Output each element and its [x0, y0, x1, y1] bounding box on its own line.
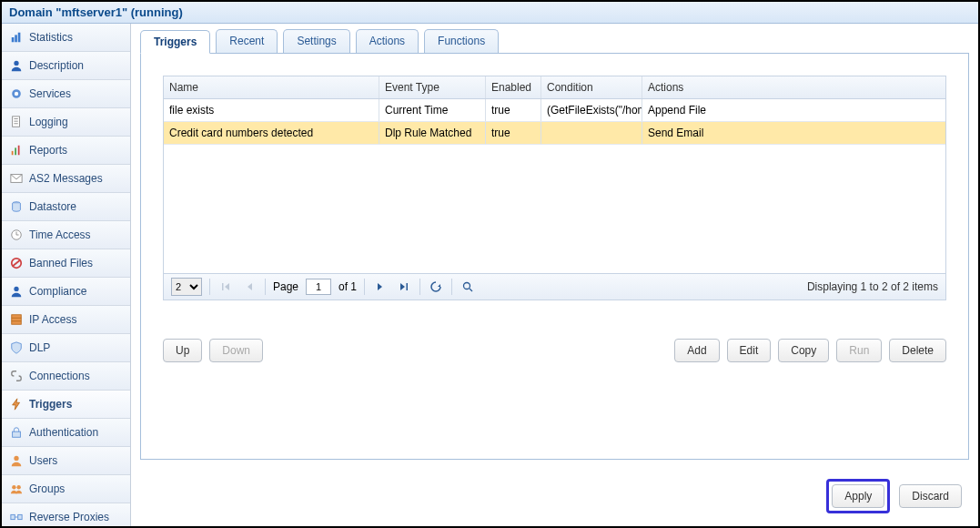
sidebar-item-groups[interactable]: Groups — [2, 475, 130, 503]
down-button[interactable]: Down — [209, 339, 263, 362]
edit-button[interactable]: Edit — [727, 339, 772, 362]
shield-icon — [9, 340, 24, 355]
svg-rect-32 — [407, 283, 409, 290]
page-label: Page — [273, 280, 298, 293]
last-page-icon[interactable] — [396, 279, 412, 295]
sidebar-item-logging[interactable]: Logging — [2, 108, 130, 137]
pager-summary: Displaying 1 to 2 of 2 items — [807, 280, 938, 293]
button-row: Up Down Add Edit Copy Run Delete — [163, 339, 946, 362]
svg-point-27 — [16, 485, 20, 489]
svg-rect-2 — [18, 33, 21, 43]
user-icon — [9, 453, 24, 468]
cell-enabled: true — [486, 99, 541, 121]
page-size-select[interactable]: 2 — [171, 278, 202, 296]
footer-buttons: Apply Discard — [826, 479, 962, 513]
apply-highlight: Apply — [826, 479, 890, 513]
svg-rect-12 — [18, 146, 20, 156]
col-actions[interactable]: Actions — [642, 76, 945, 98]
refresh-icon[interactable] — [428, 279, 444, 295]
sidebar-item-label: Statistics — [29, 31, 73, 44]
sidebar-item-reverse-proxies[interactable]: Reverse Proxies — [2, 503, 130, 526]
cell-actions: Append File — [642, 99, 945, 121]
sidebar-item-triggers[interactable]: Triggers — [2, 391, 130, 419]
sidebar-item-label: Compliance — [29, 285, 86, 298]
sidebar-item-label: Authentication — [29, 426, 98, 439]
apply-button[interactable]: Apply — [832, 484, 884, 508]
sidebar-item-as2-messages[interactable]: AS2 Messages — [2, 165, 130, 193]
tab-functions[interactable]: Functions — [424, 29, 499, 53]
sidebar-item-ip-access[interactable]: IP Access — [2, 306, 130, 334]
link-icon — [9, 369, 24, 383]
sidebar-item-compliance[interactable]: Compliance — [2, 278, 130, 306]
cell-condition: (GetFileExists("/hom — [541, 99, 642, 121]
main-panel: Triggers Recent Settings Actions Functio… — [131, 24, 978, 526]
copy-button[interactable]: Copy — [778, 339, 829, 362]
svg-point-3 — [14, 61, 18, 66]
bar-chart-icon — [9, 143, 24, 157]
sidebar-item-label: Services — [29, 87, 71, 100]
search-icon[interactable] — [460, 279, 476, 295]
delete-button[interactable]: Delete — [889, 339, 946, 362]
tab-triggers[interactable]: Triggers — [140, 30, 210, 54]
grid-body[interactable]: file exists Current Time true (GetFileEx… — [164, 99, 945, 273]
sidebar-item-dlp[interactable]: DLP — [2, 334, 130, 362]
tab-actions[interactable]: Actions — [356, 29, 419, 53]
add-button[interactable]: Add — [674, 339, 719, 362]
prev-page-icon[interactable] — [241, 279, 258, 295]
gear-icon — [9, 86, 24, 101]
first-page-icon[interactable] — [217, 279, 234, 295]
cell-event: Current Time — [379, 99, 486, 121]
run-button[interactable]: Run — [836, 339, 882, 362]
sidebar-item-label: Groups — [29, 482, 65, 495]
svg-line-34 — [470, 289, 472, 291]
sidebar-item-time-access[interactable]: Time Access — [2, 221, 130, 249]
sidebar-item-label: Banned Files — [29, 257, 93, 269]
clock-icon — [9, 228, 24, 242]
sidebar[interactable]: Statistics Description Services Logging … — [2, 24, 131, 526]
tab-settings[interactable]: Settings — [283, 29, 349, 53]
svg-rect-28 — [11, 514, 15, 519]
sidebar-item-authentication[interactable]: Authentication — [2, 419, 130, 447]
col-enabled[interactable]: Enabled — [486, 76, 541, 98]
separator — [419, 279, 420, 295]
sidebar-item-services[interactable]: Services — [2, 80, 130, 108]
sidebar-item-statistics[interactable]: Statistics — [2, 24, 130, 52]
sidebar-item-connections[interactable]: Connections — [2, 362, 130, 391]
sidebar-item-banned-files[interactable]: Banned Files — [2, 249, 130, 278]
window-title: Domain "mftserver1" (running) — [2, 2, 978, 24]
triggers-grid: Name Event Type Enabled Condition Action… — [163, 76, 946, 300]
separator — [265, 279, 266, 295]
svg-point-33 — [464, 283, 470, 289]
sidebar-item-reports[interactable]: Reports — [2, 137, 130, 165]
col-event-type[interactable]: Event Type — [379, 76, 486, 98]
col-condition[interactable]: Condition — [541, 76, 642, 98]
grid-header: Name Event Type Enabled Condition Action… — [164, 76, 945, 99]
svg-rect-0 — [12, 37, 15, 42]
sidebar-item-label: Reverse Proxies — [29, 511, 109, 523]
svg-point-26 — [12, 485, 15, 489]
up-button[interactable]: Up — [163, 339, 202, 362]
sidebar-item-users[interactable]: Users — [2, 447, 130, 475]
discard-button[interactable]: Discard — [899, 484, 962, 508]
person-icon — [9, 58, 24, 73]
lock-icon — [9, 425, 24, 440]
separator — [451, 279, 452, 295]
col-name[interactable]: Name — [164, 76, 379, 98]
document-icon — [9, 115, 24, 129]
sidebar-item-label: Time Access — [29, 228, 91, 241]
svg-line-19 — [13, 260, 21, 267]
cell-actions: Send Email — [642, 122, 945, 144]
table-row[interactable]: Credit card numbers detected Dlp Rule Ma… — [164, 122, 945, 145]
svg-rect-21 — [12, 315, 22, 325]
grid-pager: 2 Page of 1 Displaying 1 to — [164, 273, 945, 300]
next-page-icon[interactable] — [372, 279, 389, 295]
svg-rect-31 — [222, 283, 224, 290]
table-row[interactable]: file exists Current Time true (GetFileEx… — [164, 99, 945, 122]
sidebar-item-description[interactable]: Description — [2, 52, 130, 80]
page-input[interactable] — [306, 279, 331, 295]
cell-enabled: true — [486, 122, 541, 144]
users-icon — [9, 482, 24, 496]
sidebar-item-datastore[interactable]: Datastore — [2, 193, 130, 221]
cell-name: file exists — [164, 99, 379, 121]
tab-recent[interactable]: Recent — [216, 29, 278, 53]
